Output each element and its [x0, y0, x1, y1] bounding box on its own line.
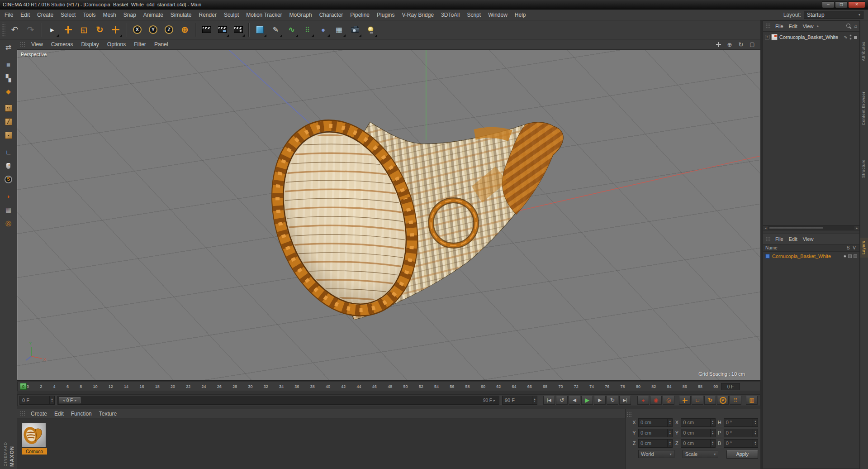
record-position-toggle[interactable]: [679, 396, 691, 405]
stepper-icon[interactable]: ▴▾: [753, 419, 758, 426]
goto-start-button[interactable]: |◀: [543, 396, 555, 405]
polygons-mode-icon[interactable]: ▪: [1, 129, 16, 142]
panel-handle[interactable]: [20, 42, 26, 48]
menu-window[interactable]: Window: [484, 10, 511, 19]
layer-dot-icon[interactable]: [844, 255, 846, 258]
scale-icon[interactable]: ◱: [76, 21, 92, 38]
menu-snap[interactable]: Snap: [120, 10, 140, 19]
y-size-field[interactable]: 0 cm▴▾: [681, 429, 715, 437]
menu-animate[interactable]: Animate: [140, 10, 167, 19]
stepper-icon[interactable]: ▴▾: [710, 440, 715, 447]
play-loop-button[interactable]: ↻: [607, 396, 618, 405]
menu-file[interactable]: File: [1, 10, 17, 19]
dock-tab-content-browser[interactable]: Content Browser: [860, 88, 868, 129]
layer-menu-view[interactable]: View: [800, 235, 816, 243]
render-view-icon[interactable]: [199, 21, 214, 38]
p-rotation-field[interactable]: 0 °▴▾: [724, 429, 758, 437]
viewport-menu-options[interactable]: Options: [103, 40, 130, 48]
timeline-slider-handle[interactable]: ◂ 0 F ▸: [59, 397, 81, 403]
workplane-mode-icon[interactable]: ◆: [1, 85, 16, 98]
dock-tab-attributes[interactable]: Attributes: [860, 38, 868, 64]
record-parameter-toggle[interactable]: P: [717, 396, 729, 405]
layer-menu-file[interactable]: File: [773, 235, 786, 243]
render-settings-icon[interactable]: [230, 21, 246, 38]
material-menu-edit[interactable]: Edit: [51, 410, 67, 418]
stepper-icon[interactable]: ▴▾: [667, 419, 672, 426]
material-menu-create[interactable]: Create: [27, 410, 51, 418]
menu-overflow-icon[interactable]: ▸: [816, 24, 820, 28]
powerslider-options-button[interactable]: ▥: [746, 396, 758, 405]
stepper-icon[interactable]: ▴▾: [667, 429, 672, 437]
keyframe-selection-button[interactable]: ◎: [663, 396, 674, 405]
scroll-right-icon[interactable]: ▸: [854, 226, 859, 230]
viewport-canvas[interactable]: Y X Perspective Grid Spacing : 10 cm: [17, 50, 760, 381]
panel-handle[interactable]: [626, 412, 632, 418]
make-editable-icon[interactable]: ⇄: [1, 41, 16, 54]
h-rotation-field[interactable]: 0 °▴▾: [724, 418, 758, 427]
record-pla-toggle[interactable]: ⠿: [730, 396, 741, 405]
layer-menu-edit[interactable]: Edit: [786, 235, 800, 243]
menu-pipeline[interactable]: Pipeline: [346, 10, 373, 19]
stepper-icon[interactable]: ▴▾: [710, 419, 715, 426]
layer-row[interactable]: Cornucopia_Basket_White: [763, 252, 859, 261]
maximize-button[interactable]: □: [835, 1, 848, 8]
record-rotation-toggle[interactable]: ↻: [704, 396, 716, 405]
undo-icon[interactable]: ↶: [7, 21, 23, 38]
visible-column-header[interactable]: V: [853, 245, 856, 250]
menu-mesh[interactable]: Mesh: [99, 10, 119, 19]
material-thumbnail[interactable]: [22, 423, 46, 447]
workplane-lock-icon[interactable]: ▦: [1, 203, 16, 216]
texture-mode-icon[interactable]: ▚: [1, 71, 16, 85]
search-icon[interactable]: [846, 24, 852, 29]
points-mode-icon[interactable]: ∷: [1, 101, 16, 115]
end-frame-field[interactable]: 90 F ▴▾: [502, 396, 537, 405]
stepper-icon[interactable]: ▴▾: [49, 396, 54, 404]
add-cube-icon[interactable]: [252, 21, 268, 38]
panel-handle[interactable]: [20, 411, 26, 416]
expand-icon[interactable]: +: [765, 35, 769, 39]
apply-button[interactable]: Apply: [726, 450, 758, 459]
layer-color-chip[interactable]: [765, 254, 770, 258]
light-icon[interactable]: [363, 21, 379, 38]
menu-select[interactable]: Select: [57, 10, 79, 19]
lock-x-icon[interactable]: X: [129, 21, 145, 38]
viewport-menu-filter[interactable]: Filter: [130, 40, 150, 48]
viewport-menu-view[interactable]: View: [27, 40, 47, 48]
align-workplane-icon[interactable]: ◎: [1, 216, 16, 230]
dock-tab-layers[interactable]: Layers: [860, 238, 868, 258]
timeline-marker[interactable]: 0: [20, 383, 27, 390]
coordinate-system-icon[interactable]: ⊕: [177, 21, 193, 38]
z-size-field[interactable]: 0 cm▴▾: [681, 439, 715, 448]
toggle-view-icon[interactable]: ▢: [747, 40, 757, 49]
edges-mode-icon[interactable]: ╱: [1, 115, 16, 129]
object-menu-edit[interactable]: Edit: [786, 23, 800, 30]
edit-icon[interactable]: ✎: [844, 35, 848, 40]
scrollbar-thumb[interactable]: [769, 226, 823, 230]
clone-tools-icon[interactable]: ⠿: [299, 21, 315, 38]
timeline-end-field[interactable]: 0 F: [721, 383, 740, 390]
menu-simulate[interactable]: Simulate: [167, 10, 195, 19]
menu-tools[interactable]: Tools: [79, 10, 99, 19]
next-frame-button[interactable]: ▶: [594, 396, 606, 405]
stepper-icon[interactable]: ▴▾: [753, 429, 758, 437]
axis-mode-icon[interactable]: ∟: [1, 145, 16, 159]
redo-icon[interactable]: ↷: [23, 21, 38, 38]
home-icon[interactable]: ⌂: [854, 24, 857, 29]
goto-end-button[interactable]: ▶|: [619, 396, 631, 405]
viewport-menu-cameras[interactable]: Cameras: [47, 40, 77, 48]
stepper-icon[interactable]: ▴▾: [710, 429, 715, 437]
move-icon[interactable]: [60, 21, 76, 38]
layout-select[interactable]: Startup ▾: [804, 11, 863, 19]
visible-toggle[interactable]: [854, 254, 857, 258]
menu-3dtoall[interactable]: 3DToAll: [437, 10, 463, 19]
object-menu-view[interactable]: View: [800, 23, 816, 30]
menu-mograph[interactable]: MoGraph: [286, 10, 316, 19]
layer-name[interactable]: Cornucopia_Basket_White: [772, 254, 831, 259]
menu-character[interactable]: Character: [316, 10, 347, 19]
deformer-icon[interactable]: ∿: [284, 21, 299, 38]
menu-render[interactable]: Render: [195, 10, 220, 19]
live-selection-icon[interactable]: ►: [44, 21, 60, 38]
z-position-field[interactable]: 0 cm▴▾: [638, 439, 673, 448]
y-position-field[interactable]: 0 cm▴▾: [638, 429, 673, 437]
model-mode-icon[interactable]: ■: [1, 57, 16, 71]
